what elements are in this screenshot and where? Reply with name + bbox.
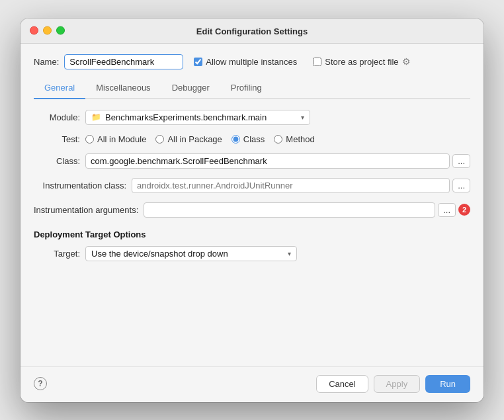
radio-all-in-package[interactable]: All in Package [155, 134, 222, 144]
target-row: Target: Use the device/snapshot drop dow… [34, 246, 470, 261]
instrumentation-args-badge: 2 [458, 204, 470, 216]
tab-debugger[interactable]: Debugger [161, 79, 220, 99]
radio-all-in-module-label: All in Module [97, 134, 146, 144]
class-input[interactable] [85, 153, 450, 169]
traffic-lights [30, 26, 65, 35]
allow-multiple-checkbox[interactable] [194, 58, 202, 66]
name-input[interactable] [64, 54, 183, 69]
module-label: Module: [34, 112, 80, 122]
apply-button[interactable]: Apply [374, 375, 421, 393]
tabs-bar: General Miscellaneous Debugger Profiling [34, 79, 470, 99]
test-row: Test: All in Module All in Package Class [34, 134, 470, 144]
dialog-window: Edit Configuration Settings Name: Allow … [21, 19, 483, 402]
tab-profiling[interactable]: Profiling [220, 79, 273, 99]
name-row: Name: Allow multiple instances Store as … [34, 54, 470, 69]
class-input-group: ... [85, 153, 470, 169]
chevron-down-icon: ▾ [301, 114, 304, 121]
instrumentation-args-ellipsis-button[interactable]: ... [438, 203, 456, 217]
dialog-content: Name: Allow multiple instances Store as … [21, 44, 483, 366]
form-body: Module: 📁 BenchmarksExperiments.benchmar… [34, 110, 470, 356]
target-chevron-icon: ▾ [288, 250, 291, 257]
instrumentation-args-row: Instrumentation arguments: ... 2 [34, 202, 470, 218]
instrumentation-args-label: Instrumentation arguments: [34, 205, 138, 215]
name-label: Name: [34, 57, 59, 67]
help-button[interactable]: ? [34, 377, 47, 390]
class-ellipsis-button[interactable]: ... [452, 154, 470, 168]
action-buttons: Cancel Apply Run [316, 375, 470, 393]
window-title: Edit Configuration Settings [196, 26, 308, 36]
module-select[interactable]: 📁 BenchmarksExperiments.benchmark.main ▾ [85, 110, 310, 125]
target-select[interactable]: Use the device/snapshot drop down ▾ [85, 246, 297, 261]
deployment-section-label: Deployment Target Options [34, 230, 470, 239]
module-value: BenchmarksExperiments.benchmark.main [105, 112, 297, 122]
radio-method-input[interactable] [274, 135, 282, 144]
instrumentation-class-input-group: ... [132, 178, 470, 193]
target-value: Use the device/snapshot drop down [91, 249, 284, 259]
module-icon: 📁 [91, 112, 101, 122]
radio-all-in-package-label: All in Package [167, 134, 222, 144]
instrumentation-class-label: Instrumentation class: [34, 181, 126, 190]
cancel-button[interactable]: Cancel [316, 375, 368, 393]
class-row: Class: ... [34, 153, 470, 169]
radio-all-in-package-input[interactable] [155, 135, 164, 144]
run-button[interactable]: Run [425, 375, 470, 393]
tab-miscellaneous[interactable]: Miscellaneous [85, 79, 161, 99]
radio-class-label: Class [243, 134, 265, 144]
radio-class[interactable]: Class [231, 134, 265, 144]
instrumentation-args-input-group: ... 2 [144, 202, 470, 218]
instrumentation-class-row: Instrumentation class: ... [34, 178, 470, 193]
instrumentation-class-input[interactable] [132, 178, 450, 193]
allow-multiple-group: Allow multiple instances [194, 57, 297, 67]
instrumentation-class-ellipsis-button[interactable]: ... [452, 179, 470, 192]
radio-class-input[interactable] [231, 135, 240, 144]
test-radio-group: All in Module All in Package Class Metho… [85, 134, 315, 144]
tab-general[interactable]: General [34, 79, 85, 99]
store-as-project-label: Store as project file [325, 57, 398, 67]
minimize-button[interactable] [43, 26, 52, 35]
maximize-button[interactable] [56, 26, 65, 35]
module-row: Module: 📁 BenchmarksExperiments.benchmar… [34, 110, 470, 125]
allow-multiple-label: Allow multiple instances [206, 57, 297, 67]
class-label: Class: [34, 156, 80, 166]
gear-icon[interactable]: ⚙ [402, 56, 411, 67]
instrumentation-args-input[interactable] [144, 202, 435, 218]
title-bar: Edit Configuration Settings [21, 19, 483, 44]
radio-all-in-module-input[interactable] [85, 135, 94, 144]
bottom-bar: ? Cancel Apply Run [21, 366, 483, 402]
store-as-project-checkbox[interactable] [313, 58, 321, 66]
radio-all-in-module[interactable]: All in Module [85, 134, 146, 144]
radio-method-label: Method [286, 134, 314, 144]
store-as-project-group: Store as project file ⚙ [313, 56, 410, 67]
target-label: Target: [43, 249, 80, 259]
close-button[interactable] [30, 26, 38, 35]
test-label: Test: [34, 134, 80, 144]
deployment-section: Deployment Target Options Target: Use th… [34, 230, 470, 261]
spacer [34, 271, 470, 356]
radio-method[interactable]: Method [274, 134, 314, 144]
